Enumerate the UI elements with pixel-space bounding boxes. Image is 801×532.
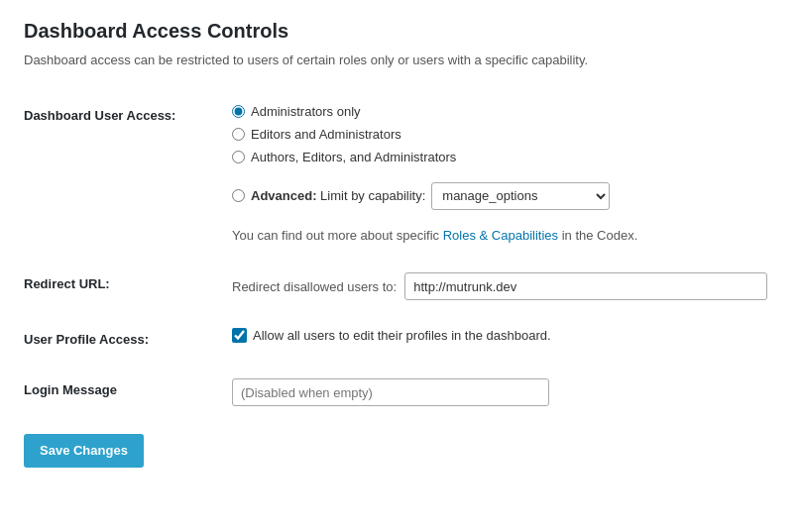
user-profile-access-row: User Profile Access: Allow all users to … (24, 314, 777, 365)
save-changes-button[interactable]: Save Changes (24, 434, 144, 468)
advanced-label-bold: Advanced: Limit by capability: (251, 188, 425, 203)
radio-authors-editors-admins-label: Authors, Editors, and Administrators (251, 150, 456, 164)
profile-access-checkbox[interactable] (232, 328, 247, 343)
radio-advanced-label[interactable]: Advanced: Limit by capability: (232, 188, 425, 203)
radio-editors-admins-label: Editors and Administrators (251, 127, 401, 142)
login-message-label: Login Message (24, 365, 222, 420)
redirect-row-container: Redirect disallowed users to: (232, 272, 767, 300)
profile-access-text: Allow all users to edit their profiles i… (253, 328, 551, 343)
login-message-controls (222, 365, 777, 420)
radio-admins-only-label: Administrators only (251, 104, 361, 119)
login-message-row: Login Message (24, 365, 777, 420)
radio-admins-only[interactable]: Administrators only (232, 104, 767, 119)
user-profile-access-controls: Allow all users to edit their profiles i… (222, 314, 777, 365)
profile-access-checkbox-label[interactable]: Allow all users to edit their profiles i… (232, 328, 767, 343)
radio-authors-editors-admins[interactable]: Authors, Editors, and Administrators (232, 150, 767, 164)
page-title: Dashboard Access Controls (24, 20, 777, 43)
advanced-row: Advanced: Limit by capability: manage_op… (232, 182, 767, 210)
radio-authors-editors-admins-input[interactable] (232, 151, 245, 163)
roles-capabilities-link[interactable]: Roles & Capabilities (443, 228, 558, 243)
redirect-url-input[interactable] (404, 272, 767, 300)
user-access-row: Dashboard User Access: Administrators on… (24, 90, 777, 260)
user-access-controls: Administrators only Editors and Administ… (222, 90, 777, 260)
radio-admins-only-input[interactable] (232, 105, 245, 118)
capability-select[interactable]: manage_options edit_posts publish_posts … (431, 182, 610, 210)
radio-advanced-input[interactable] (232, 189, 245, 202)
codex-note: You can find out more about specific Rol… (232, 226, 767, 246)
login-message-input[interactable] (232, 378, 549, 406)
redirect-url-label: Redirect URL: (24, 259, 222, 314)
redirect-url-controls: Redirect disallowed users to: (222, 259, 777, 314)
radio-editors-admins-input[interactable] (232, 128, 245, 141)
settings-form: Dashboard User Access: Administrators on… (24, 90, 777, 421)
redirect-sublabel: Redirect disallowed users to: (232, 279, 397, 294)
user-access-label: Dashboard User Access: (24, 90, 222, 260)
radio-group-user-access: Administrators only Editors and Administ… (232, 104, 767, 246)
redirect-url-row: Redirect URL: Redirect disallowed users … (24, 259, 777, 314)
user-profile-access-label: User Profile Access: (24, 314, 222, 365)
page-description: Dashboard access can be restricted to us… (24, 51, 777, 70)
radio-editors-admins[interactable]: Editors and Administrators (232, 127, 767, 142)
